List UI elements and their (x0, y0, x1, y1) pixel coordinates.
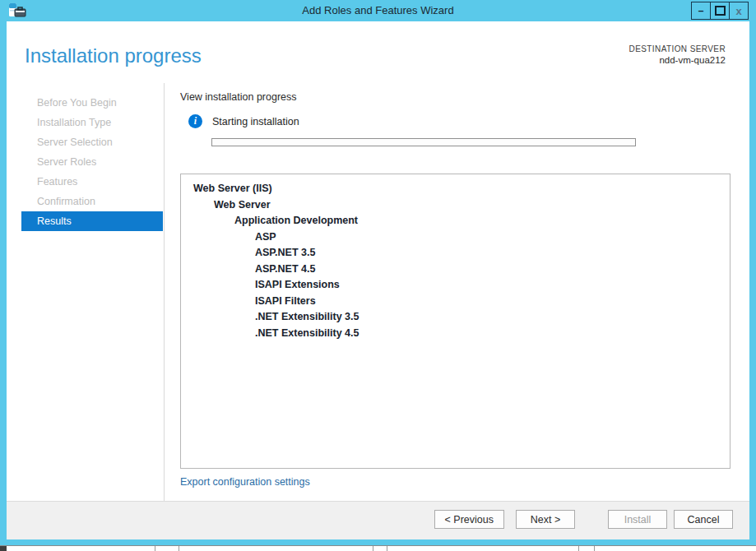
wizard-dialog: Installation progress DESTINATION SERVER… (7, 21, 749, 539)
nav-item-installation-type: Installation Type (21, 113, 163, 132)
minimize-icon: – (698, 6, 704, 16)
install-item: Web Server (IIS) (193, 181, 730, 197)
install-item: Application Development (193, 213, 730, 229)
install-button[interactable]: Install (608, 510, 667, 529)
nav-item-features: Features (21, 172, 163, 192)
install-item: ASP.NET 4.5 (193, 262, 730, 278)
status-row: i Starting installation (188, 114, 299, 128)
install-item: ASP.NET 3.5 (193, 245, 730, 262)
nav-item-server-roles: Server Roles (21, 152, 163, 172)
status-text: Starting installation (212, 116, 299, 127)
view-progress-label: View installation progress (180, 91, 297, 103)
install-item: ISAPI Extensions (193, 277, 730, 294)
window-title: Add Roles and Features Wizard (0, 0, 756, 21)
background-column-divider (179, 546, 179, 551)
background-column-divider (373, 546, 373, 551)
nav-item-confirmation: Confirmation (21, 192, 163, 211)
background-column-divider (594, 546, 595, 551)
next-button[interactable]: Next > (516, 510, 575, 529)
info-icon: i (188, 114, 202, 128)
export-configuration-link[interactable]: Export configuration settings (180, 476, 310, 488)
destination-server-label: DESTINATION SERVER (629, 44, 726, 53)
page-title: Installation progress (25, 44, 202, 67)
progress-bar (211, 138, 636, 146)
install-item: .NET Extensibility 4.5 (193, 326, 730, 342)
maximize-icon (715, 6, 726, 16)
destination-server-name: ndd-vm-qua212 (629, 55, 726, 65)
close-button[interactable]: x (729, 2, 749, 20)
cancel-button[interactable]: Cancel (674, 510, 733, 529)
install-item: .NET Extensibility 3.5 (193, 309, 730, 326)
wizard-footer: < PreviousNext >InstallCancel (7, 501, 749, 539)
window-controls: – x (692, 2, 749, 20)
wizard-content: View installation progress i Starting in… (165, 83, 749, 501)
nav-item-results[interactable]: Results (21, 211, 163, 231)
install-items-pane: Web Server (IIS)Web ServerApplication De… (180, 174, 730, 469)
button-row: < PreviousNext >InstallCancel (434, 510, 733, 529)
install-item: ISAPI Filters (193, 294, 730, 310)
background-column-divider (387, 546, 387, 551)
background-column-divider (155, 546, 155, 551)
title-bar: Add Roles and Features Wizard – x (0, 0, 756, 21)
background-window-strip (0, 545, 756, 551)
minimize-button[interactable]: – (691, 2, 711, 20)
install-item: Web Server (193, 197, 730, 214)
nav-item-server-selection: Server Selection (21, 132, 163, 152)
install-item: ASP (193, 229, 730, 246)
background-window-fragment (0, 546, 7, 551)
background-column-divider (578, 546, 579, 551)
nav-item-before-you-begin: Before You Begin (21, 93, 163, 113)
wizard-nav: Before You BeginInstallation TypeServer … (7, 83, 165, 501)
close-icon: x (735, 6, 741, 16)
previous-button[interactable]: < Previous (434, 510, 504, 529)
maximize-button[interactable] (710, 2, 730, 20)
wizard-window: Add Roles and Features Wizard – x Instal… (0, 0, 756, 545)
destination-server-block: DESTINATION SERVER ndd-vm-qua212 (629, 44, 726, 65)
wizard-header: Installation progress DESTINATION SERVER… (7, 21, 749, 83)
